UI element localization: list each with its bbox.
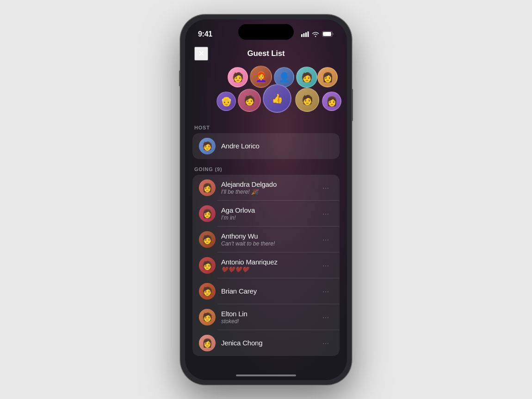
jenica-more-button[interactable]: ··· bbox=[319, 338, 333, 349]
page-title: Guest List bbox=[247, 49, 285, 58]
list-item: 👩 Aga Orlova I'm in! ··· bbox=[192, 201, 340, 227]
cluster-avatar-6: 👴 bbox=[217, 92, 236, 111]
brian-more-button[interactable]: ··· bbox=[319, 286, 333, 297]
jenica-avatar: 👩 bbox=[199, 335, 216, 351]
avatar-cluster: 🧑 👩‍🦰 👤 🧑 👩 👴 🧑 👍 🧑 👩 bbox=[185, 65, 347, 125]
jenica-text: Jenica Chong bbox=[221, 339, 319, 347]
cluster-avatar-2: 👩‍🦰 bbox=[250, 66, 272, 88]
elton-avatar: 🧑 bbox=[199, 309, 216, 325]
status-icons bbox=[301, 31, 334, 37]
anthony-text: Anthony Wu Can't wait to be there! bbox=[221, 232, 319, 247]
aga-more-button[interactable]: ··· bbox=[319, 208, 333, 219]
antonio-more-button[interactable]: ··· bbox=[319, 260, 333, 271]
cluster-avatar-center: 👍 bbox=[263, 84, 291, 113]
host-list: 🧑 Andre Lorico bbox=[192, 133, 340, 159]
wifi-icon bbox=[312, 31, 319, 37]
aga-name: Aga Orlova bbox=[221, 206, 319, 214]
antonio-avatar: 🧑 bbox=[199, 257, 216, 274]
svg-rect-2 bbox=[305, 32, 307, 37]
list-item: 🧑 Brian Carey ··· bbox=[192, 278, 340, 304]
antonio-text: Antonio Manriquez ❤️❤️❤️❤️ bbox=[221, 258, 319, 273]
alejandra-name: Alejandra Delgado bbox=[221, 180, 319, 188]
brian-text: Brian Carey bbox=[221, 287, 319, 295]
elton-text: Elton Lin stoked! bbox=[221, 310, 319, 325]
list-item: 🧑 Anthony Wu Can't wait to be there! ··· bbox=[192, 227, 340, 252]
cluster-avatar-1: 🧑 bbox=[228, 67, 248, 87]
alejandra-more-button[interactable]: ··· bbox=[319, 182, 333, 193]
cluster-avatar-4: 🧑 bbox=[296, 67, 317, 88]
content-area: HOST 🧑 Andre Lorico GOING (9) 👩 bbox=[185, 125, 347, 374]
alejandra-text: Alejandra Delgado I'll be there! 🎉 bbox=[221, 180, 319, 195]
elton-more-button[interactable]: ··· bbox=[319, 312, 333, 323]
alejandra-status: I'll be there! 🎉 bbox=[221, 189, 319, 195]
cluster-avatar-7: 🧑 bbox=[238, 89, 261, 112]
status-time: 9:41 bbox=[198, 30, 212, 38]
aga-text: Aga Orlova I'm in! bbox=[221, 206, 319, 221]
svg-rect-1 bbox=[303, 33, 305, 37]
host-section: HOST 🧑 Andre Lorico bbox=[192, 125, 340, 159]
close-button[interactable]: ✕ bbox=[194, 47, 208, 61]
brian-name: Brian Carey bbox=[221, 287, 319, 295]
status-bar: 9:41 bbox=[185, 19, 347, 43]
going-label: GOING (9) bbox=[192, 166, 340, 172]
list-item: 🧑 Elton Lin stoked! ··· bbox=[192, 304, 340, 330]
cluster-avatar-9: 👩 bbox=[322, 92, 341, 111]
alejandra-avatar: 👩 bbox=[199, 179, 216, 196]
anthony-status: Can't wait to be there! bbox=[221, 240, 319, 247]
cluster-avatar-8: 🧑 bbox=[295, 88, 319, 112]
anthony-name: Anthony Wu bbox=[221, 232, 319, 240]
phone-frame: 9:41 bbox=[180, 15, 352, 385]
brian-avatar: 🧑 bbox=[199, 283, 216, 300]
aga-status: I'm in! bbox=[221, 215, 319, 221]
list-item: 🧑 Antonio Manriquez ❤️❤️❤️❤️ ··· bbox=[192, 252, 340, 278]
antonio-name: Antonio Manriquez bbox=[221, 258, 319, 266]
anthony-more-button[interactable]: ··· bbox=[319, 234, 333, 245]
anthony-avatar: 🧑 bbox=[199, 231, 216, 248]
host-avatar: 🧑 bbox=[199, 138, 216, 154]
header: ✕ Guest List bbox=[185, 44, 347, 62]
host-item: 🧑 Andre Lorico bbox=[192, 133, 340, 159]
home-indicator bbox=[236, 374, 296, 376]
aga-avatar: 👩 bbox=[199, 205, 216, 222]
svg-rect-3 bbox=[308, 31, 309, 37]
elton-name: Elton Lin bbox=[221, 310, 319, 318]
going-section: GOING (9) 👩 Alejandra Delgado I'll be th… bbox=[192, 166, 340, 356]
list-item: 👩 Alejandra Delgado I'll be there! 🎉 ··· bbox=[192, 175, 340, 201]
phone-screen: 9:41 bbox=[185, 19, 347, 380]
list-item: 👩 Jenica Chong ··· bbox=[192, 330, 340, 356]
battery-icon bbox=[322, 31, 334, 37]
signal-icon bbox=[301, 31, 309, 37]
svg-rect-5 bbox=[323, 32, 331, 36]
dynamic-island bbox=[238, 24, 294, 40]
antonio-status: ❤️❤️❤️❤️ bbox=[221, 266, 319, 273]
jenica-name: Jenica Chong bbox=[221, 339, 319, 347]
host-text: Andre Lorico bbox=[221, 142, 333, 150]
svg-rect-0 bbox=[301, 34, 303, 37]
host-name: Andre Lorico bbox=[221, 142, 333, 150]
host-label: HOST bbox=[192, 125, 340, 130]
elton-status: stoked! bbox=[221, 318, 319, 325]
going-list: 👩 Alejandra Delgado I'll be there! 🎉 ···… bbox=[192, 175, 340, 356]
cluster-avatar-5: 👩 bbox=[317, 67, 338, 87]
